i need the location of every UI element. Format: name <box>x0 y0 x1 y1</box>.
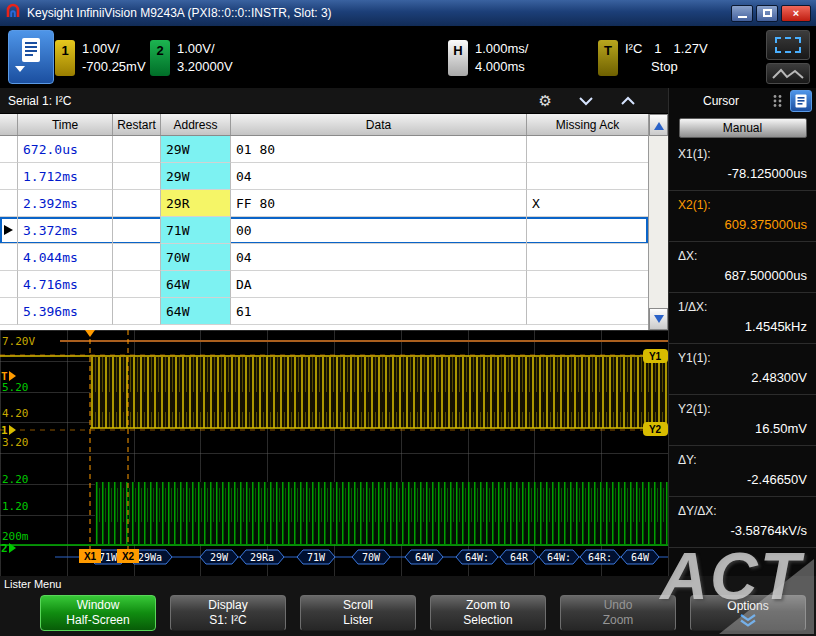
channel2-button[interactable]: 2 <box>150 40 170 76</box>
svg-text:64W: 64W <box>415 552 434 563</box>
scroll-up-button[interactable] <box>649 114 668 136</box>
row-marker-cell <box>0 136 18 163</box>
table-row[interactable]: 1.712ms 29W 04 <box>0 163 648 190</box>
collapse-chevron-down-icon[interactable] <box>578 96 594 106</box>
horizontal-controls[interactable]: H 1.000ms/ 4.000ms <box>448 40 528 76</box>
svg-text:64R: 64R <box>510 552 529 563</box>
waveform-plot[interactable]: 71W 29Wa 29W 29Ra 71W <box>0 330 668 576</box>
bus-decode-bubble: 64W: <box>539 550 579 564</box>
cell-data: 01 80 <box>231 136 527 163</box>
lister-header-icons: ⚙ <box>539 93 660 109</box>
svg-text:29W: 29W <box>210 552 229 563</box>
cursor-panel-header: Cursor <box>669 88 816 114</box>
cell-data: 61 <box>231 298 527 325</box>
table-scrollbar[interactable] <box>648 114 668 330</box>
cell-restart <box>113 244 161 271</box>
svg-text:64R:: 64R: <box>588 552 612 563</box>
options-button[interactable]: Options <box>690 595 806 631</box>
cell-time: 3.372ms <box>18 217 113 244</box>
svg-text:64W:: 64W: <box>465 552 489 563</box>
main-menu-button[interactable] <box>8 30 54 84</box>
cell-time: 672.0us <box>18 136 113 163</box>
scroll-down-button[interactable] <box>649 308 668 330</box>
cursor-readout: ΔY: -2.46650V <box>669 446 816 497</box>
channel1-button[interactable]: 1 <box>55 40 75 76</box>
cursor-mode-button[interactable]: Manual <box>679 118 807 138</box>
ch2-ground-marker[interactable]: 2 <box>1 542 16 555</box>
cell-data: 04 <box>231 244 527 271</box>
svg-text:70W: 70W <box>362 552 381 563</box>
cell-time: 5.396ms <box>18 298 113 325</box>
scale-label: 2.20 <box>2 473 29 486</box>
channel2-controls[interactable]: 2 1.00V/ 3.20000V <box>150 40 233 76</box>
app-window: Keysight InfiniiVision M9243A (PXI8::0::… <box>0 0 816 636</box>
cell-time: 1.712ms <box>18 163 113 190</box>
horizontal-scale: 1.000ms/ <box>475 40 528 58</box>
bus-decode-bubble: 64W <box>621 550 659 564</box>
document-icon <box>795 94 807 108</box>
table-row-selected[interactable]: 3.372ms 71W 00 <box>0 217 648 244</box>
cell-restart <box>113 271 161 298</box>
readout-value: 1.4545kHz <box>678 319 807 334</box>
expand-chevron-up-icon[interactable] <box>620 96 636 106</box>
display-source-button[interactable]: Display S1: I²C <box>170 595 286 631</box>
waveform-display[interactable]: 71W 29Wa 29W 29Ra 71W <box>0 330 668 576</box>
minimize-button[interactable] <box>731 5 753 22</box>
row-marker-cell <box>0 217 18 244</box>
close-button[interactable]: × <box>781 5 811 22</box>
undo-zoom-button[interactable]: Undo Zoom <box>560 595 676 631</box>
cursor-y1-handle[interactable]: Y1 <box>643 349 668 363</box>
window-halfscreen-button[interactable]: Window Half-Screen <box>40 595 156 631</box>
main-panel: Serial 1: I²C ⚙ Time Restart Address Dat… <box>0 88 668 576</box>
dropdown-arrow-icon <box>15 66 25 77</box>
drag-grip-icon[interactable] <box>772 94 783 108</box>
cursor-readout: X1(1): -78.125000us <box>669 140 816 191</box>
table-row[interactable]: 672.0us 29W 01 80 <box>0 136 648 163</box>
scrollbar-track[interactable] <box>649 136 668 308</box>
channel1-controls[interactable]: 1 1.00V/ -700.25mV <box>55 40 146 76</box>
cell-data: FF 80 <box>231 190 527 217</box>
table-row[interactable]: 4.716ms 64W DA <box>0 271 648 298</box>
cell-address: 71W <box>161 217 231 244</box>
scroll-lister-button[interactable]: Scroll Lister <box>300 595 416 631</box>
window-controls: × <box>731 5 811 22</box>
trigger-controls[interactable]: T I²C 1 1.27V Stop <box>598 40 708 76</box>
panel-menu-button[interactable] <box>790 90 812 112</box>
trigger-readout: I²C 1 1.27V Stop <box>625 40 708 76</box>
channel2-offset: 3.20000V <box>177 58 233 76</box>
lister-title: Serial 1: I²C <box>8 94 71 108</box>
trigger-level: 1.27V <box>674 40 708 58</box>
toolbar-right-icons <box>766 30 810 84</box>
cursor-x1-handle[interactable]: X1 <box>79 549 101 563</box>
trigger-button[interactable]: T <box>598 40 618 76</box>
maximize-icon <box>763 9 772 17</box>
row-marker-cell <box>0 163 18 190</box>
svg-text:Y1: Y1 <box>649 351 662 362</box>
cursor-readout: 1/ΔX: 1.4545kHz <box>669 293 816 344</box>
window-title: Keysight InfiniiVision M9243A (PXI8::0::… <box>27 6 725 20</box>
selection-tool-button[interactable] <box>766 30 810 60</box>
cell-address: 64W <box>161 298 231 325</box>
table-row[interactable]: 4.044ms 70W 04 <box>0 244 648 271</box>
double-chevron-down-icon <box>738 614 758 627</box>
readout-label: Y2(1): <box>678 402 807 416</box>
svg-text:64W:: 64W: <box>547 552 571 563</box>
table-row[interactable]: 5.396ms 64W 61 <box>0 298 648 325</box>
cell-data: 00 <box>231 217 527 244</box>
trigger-position-icon[interactable] <box>85 330 95 337</box>
col-marker <box>0 114 18 135</box>
cell-missing-ack <box>527 163 648 190</box>
cell-data: DA <box>231 271 527 298</box>
cursor-y2-handle[interactable]: Y2 <box>643 422 668 436</box>
horizontal-button[interactable]: H <box>448 40 468 76</box>
table-row[interactable]: 2.392ms 29R FF 80 X <box>0 190 648 217</box>
zoom-to-selection-button[interactable]: Zoom to Selection <box>430 595 546 631</box>
readout-label: X1(1): <box>678 147 807 161</box>
titlebar: Keysight InfiniiVision M9243A (PXI8::0::… <box>0 0 816 26</box>
cell-data: 04 <box>231 163 527 190</box>
settings-gear-icon[interactable]: ⚙ <box>539 93 552 109</box>
waveform-preview-button[interactable] <box>766 63 810 84</box>
maximize-button[interactable] <box>756 5 778 22</box>
row-marker-cell <box>0 244 18 271</box>
cursor-x2-handle[interactable]: X2 <box>117 549 139 563</box>
